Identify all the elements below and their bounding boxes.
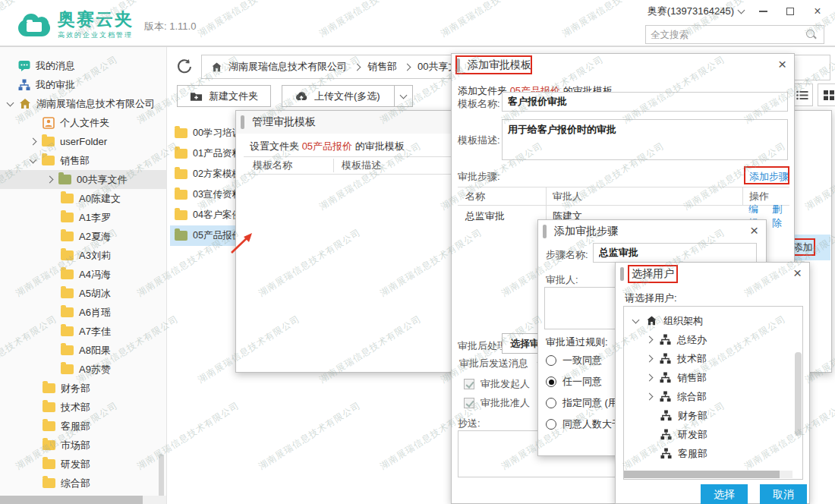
upload-files-button[interactable]: 上传文件(多选) <box>282 85 413 107</box>
approval-steps-label: 审批步骤: <box>458 170 500 184</box>
sidebar-item-user-a2[interactable]: A2夏海 <box>0 227 166 246</box>
upload-options-dropdown[interactable] <box>394 85 412 107</box>
chevron-down-icon[interactable] <box>7 99 14 106</box>
sidebar-item-label: userFolder <box>60 136 107 147</box>
refresh-button[interactable] <box>175 58 194 76</box>
new-folder-button[interactable]: 新建文件夹 <box>177 85 271 107</box>
sidebar-item-sales-dept[interactable]: 销售部 <box>0 151 166 170</box>
close-window-button[interactable]: × <box>809 5 826 18</box>
sidebar-item-user-a9[interactable]: A9苏赞 <box>0 360 166 379</box>
checkbox-checked-icon[interactable] <box>464 398 474 408</box>
dialog-title: 管理审批模板 <box>252 115 316 129</box>
global-search-input[interactable] <box>646 30 805 40</box>
sidebar-item-my-messages[interactable]: 我的消息 <box>0 56 166 75</box>
sidebar-item-market-dept[interactable]: 市场部 <box>0 436 166 455</box>
chevron-right-icon[interactable] <box>646 355 654 363</box>
global-search[interactable] <box>645 25 824 44</box>
sidebar-item-tech-dept[interactable]: 技术部 <box>0 398 166 417</box>
checkbox-checked-icon[interactable] <box>464 379 474 389</box>
breadcrumb-company[interactable]: 湖南展瑞信息技术有限公司 <box>228 60 347 74</box>
sidebar-item-rd-dept[interactable]: 研发部 <box>0 455 166 474</box>
sidebar-item-company-root[interactable]: 湖南展瑞信息技术有限公司 <box>0 94 166 113</box>
folder-row-marketing[interactable]: 03宣传资料 <box>170 184 240 205</box>
folder-icon <box>175 231 187 241</box>
user-menu[interactable]: 奥赛(13973164245) <box>648 5 744 18</box>
sidebar-item-user-a0[interactable]: A0陈建文 <box>0 189 166 208</box>
org-chart-icon <box>660 353 671 364</box>
sidebar-item-service-dept[interactable]: 客服部 <box>0 417 166 436</box>
sidebar-item-label: A9苏赞 <box>79 363 111 376</box>
sidebar-item-general-dept[interactable]: 综合部 <box>0 474 166 493</box>
radio-unchecked-icon[interactable] <box>546 355 556 366</box>
template-desc-textarea[interactable]: 用于给客户报价时的审批 <box>502 119 788 160</box>
chevron-right-icon[interactable] <box>646 393 654 401</box>
tree-item-org-root[interactable]: 组织架构 <box>624 311 802 330</box>
notify-initiator-checkbox-row[interactable]: 审批发起人 <box>464 377 530 391</box>
tree-horizontal-scrollbar[interactable] <box>624 471 792 478</box>
sidebar-item-user-a8[interactable]: A8阳果 <box>0 341 166 360</box>
sidebar-item-user-a5[interactable]: A5胡冰 <box>0 284 166 303</box>
sidebar-item-personal-folder[interactable]: 个人文件夹 <box>0 113 166 132</box>
tree-vertical-scrollbar[interactable] <box>795 352 802 436</box>
rule-unanimous-radio-row[interactable]: 一致同意 <box>546 354 602 367</box>
sidebar-item-user-a3[interactable]: A3刘莉 <box>0 246 166 265</box>
sidebar-item-my-approvals[interactable]: 我的审批 <box>0 75 166 94</box>
home-icon[interactable] <box>211 61 222 73</box>
folder-row-solution-templates[interactable]: 02方案模板 <box>170 164 240 184</box>
chevron-right-icon[interactable] <box>646 374 654 382</box>
sidebar-item-user-a4[interactable]: A4冯海 <box>0 265 166 284</box>
tree-item-tech-dept[interactable]: 技术部 <box>624 349 802 368</box>
template-name-input[interactable] <box>502 92 788 112</box>
notify-approver-checkbox-row[interactable]: 审批批准人 <box>464 396 530 410</box>
sidebar-item-user-a7[interactable]: A7李佳 <box>0 322 166 341</box>
chat-bubble-icon <box>18 60 30 72</box>
home-icon <box>646 315 657 326</box>
cc-label: 抄送: <box>458 417 481 430</box>
scrollbar-thumb[interactable] <box>624 471 780 478</box>
select-button[interactable]: 选择 <box>701 484 748 504</box>
folder-row-training[interactable]: 00学习培训 <box>170 123 240 143</box>
dialog-subtitle: 设置文件夹 05产品报价 的审批模板 <box>250 140 405 153</box>
minimize-button[interactable] <box>755 5 771 18</box>
delete-step-link[interactable]: 删除 <box>772 203 789 230</box>
close-icon[interactable]: × <box>778 57 786 72</box>
add-step-link[interactable]: 添加步骤 <box>749 170 789 184</box>
chevron-down-icon[interactable] <box>30 156 37 163</box>
sidebar-item-userfolder[interactable]: userFolder <box>0 132 166 151</box>
maximize-icon <box>786 8 794 15</box>
chevron-down-icon[interactable] <box>632 316 640 323</box>
folder-row-product-docs[interactable]: 01产品资料 <box>170 143 240 164</box>
tree-item-sales-dept[interactable]: 销售部 <box>624 368 802 387</box>
chevron-right-icon[interactable] <box>646 336 654 344</box>
radio-checked-icon[interactable] <box>546 376 556 387</box>
scrollbar-thumb[interactable] <box>0 496 143 504</box>
sidebar-item-user-a6[interactable]: A6肖瑶 <box>0 303 166 322</box>
sidebar-item-user-a1[interactable]: A1李罗 <box>0 208 166 227</box>
close-icon[interactable]: × <box>793 266 802 281</box>
tree-item-rd-dept[interactable]: 研发部 <box>624 425 802 444</box>
tree-item-general-office[interactable]: 总经办 <box>624 330 802 349</box>
rule-count-greater-radio-row[interactable]: 同意人数大于 <box>546 417 622 431</box>
tree-item-service-dept[interactable]: 客服部 <box>624 444 802 463</box>
cancel-button[interactable]: 取消 <box>760 484 807 504</box>
breadcrumb-sales[interactable]: 销售部 <box>367 60 397 74</box>
grid-view-button[interactable] <box>818 83 835 106</box>
tree-item-finance-dept[interactable]: 财务部 <box>624 406 802 425</box>
breadcrumb-separator-icon <box>404 63 411 71</box>
tree-item-general-dept[interactable]: 综合部 <box>624 387 802 406</box>
folder-icon <box>61 288 74 298</box>
radio-unchecked-icon[interactable] <box>546 419 556 430</box>
sidebar-item-shared-files[interactable]: 00共享文件 <box>0 170 166 189</box>
radio-unchecked-icon[interactable] <box>546 398 556 408</box>
sidebar-horizontal-scrollbar[interactable] <box>0 496 167 504</box>
chevron-right-icon[interactable] <box>46 176 54 184</box>
chevron-right-icon[interactable] <box>30 138 37 146</box>
rule-any-one-radio-row[interactable]: 任一同意 <box>546 375 602 389</box>
step-name-input[interactable] <box>593 243 757 263</box>
maximize-button[interactable] <box>782 5 799 18</box>
sidebar-item-finance-dept[interactable]: 财务部 <box>0 379 166 398</box>
search-icon[interactable] <box>805 29 818 41</box>
approval-flow-icon <box>18 79 30 91</box>
folder-row-customer-cases[interactable]: 04客户案例 <box>170 205 240 225</box>
close-icon[interactable]: × <box>750 223 758 238</box>
